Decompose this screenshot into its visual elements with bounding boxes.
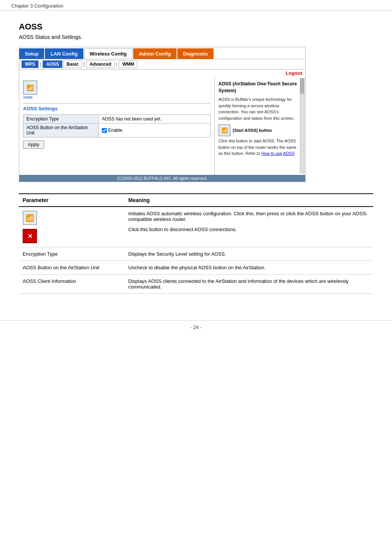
top-nav-bar: Setup LAN Config Wireless Config Admin C… <box>19 47 305 59</box>
subnav-wps[interactable]: WPS <box>22 60 38 68</box>
sub-nav-bar: WPS | AOSS Basic | Advanced | WMM <box>19 59 305 69</box>
logout-link[interactable]: Logout <box>286 70 302 76</box>
meaning-aoss-button: Uncheck to disable the physical AOSS but… <box>125 261 373 275</box>
help-body: AOSS is Buffalo's unique technology for … <box>218 96 301 121</box>
nav-setup[interactable]: Setup <box>19 48 44 59</box>
meaning-col-header: Meaning <box>125 194 373 207</box>
help-button-desc: Click this button to start AOSS. The AOS… <box>218 138 301 157</box>
x-icon: ✕ <box>28 233 32 240</box>
encryption-type-label: Encryption Type <box>23 115 99 123</box>
parameter-table: Parameter Meaning 📶 ✕ <box>19 193 373 294</box>
meaning-aoss-client: Displays AOSS clients connected to the A… <box>125 275 373 294</box>
subnav-divider2: | <box>84 62 85 67</box>
chapter-header: Chapter 3 Configuration <box>0 0 392 11</box>
icon-pair: 📶 ✕ <box>23 211 121 243</box>
table-row: AOSS Button on the AirStation Unit Unche… <box>19 261 373 275</box>
param-encryption-type: Encryption Type <box>19 247 125 261</box>
wifi-icon-param: 📶 <box>26 214 34 222</box>
ui-left-panel: 📶 AOSS AOSS Settings Encryption Type AOS… <box>19 77 215 175</box>
subnav-aoss[interactable]: AOSS <box>43 60 62 68</box>
subnav-divider1: | <box>40 62 41 67</box>
param-icon-cell: 📶 ✕ <box>19 207 125 247</box>
page-number: - 24 - <box>190 324 201 330</box>
table-row: Encryption Type Displays the Security Le… <box>19 247 373 261</box>
table-row: Encryption Type AOSS has not been used y… <box>23 115 211 123</box>
aoss-disconnect-icon[interactable]: ✕ <box>23 229 37 243</box>
page-subtitle: AOSS Status and Settings. <box>19 34 373 40</box>
subnav-advanced[interactable]: Advanced <box>86 60 115 68</box>
page-footer: - 24 - <box>0 320 392 334</box>
logout-bar: Logout <box>19 69 305 77</box>
enable-checkbox[interactable] <box>102 128 107 133</box>
enable-checkbox-label[interactable]: Enable <box>102 128 207 133</box>
table-row: AOSS Client Information Displays AOSS cl… <box>19 275 373 294</box>
param-col-header: Parameter <box>19 194 125 207</box>
nav-wireless-config[interactable]: Wireless Config <box>84 48 132 59</box>
param-aoss-client: AOSS Client Information <box>19 275 125 294</box>
aoss-start-button[interactable]: 📶 <box>23 80 37 95</box>
aoss-button-label: AOSS Button on the AirStation Unit <box>23 123 99 137</box>
ui-footer: (C)2000-2012 BUFFALO INC. All rights res… <box>19 175 305 182</box>
page-title: AOSS <box>19 22 373 32</box>
subnav-wmm[interactable]: WMM <box>119 60 137 68</box>
table-row: 📶 ✕ Initiates AOSS automatic wireless co… <box>19 207 373 247</box>
subnav-divider3: | <box>116 62 117 67</box>
settings-title: AOSS Settings <box>23 103 211 111</box>
nav-diagnostic[interactable]: Diagnostic <box>177 48 214 59</box>
param-aoss-button: AOSS Button on the AirStation Unit <box>19 261 125 275</box>
nav-admin-config[interactable]: Admin Config <box>133 48 177 59</box>
enable-label: Enable <box>108 128 122 133</box>
scrollbar-track[interactable] <box>300 78 304 173</box>
ui-right-panel: AOSS (AirStation One-Touch Secure System… <box>215 77 305 175</box>
encryption-type-value: AOSS has not been used yet. <box>99 115 211 123</box>
wifi-icon-small: 📶 <box>221 127 228 134</box>
apply-button[interactable]: Apply <box>23 140 44 149</box>
param-table-header: Parameter Meaning <box>19 194 373 207</box>
aoss-button-value: Enable <box>99 123 211 137</box>
chapter-title: Chapter 3 Configuration <box>11 3 63 9</box>
table-row: AOSS Button on the AirStation Unit Enabl… <box>23 123 211 137</box>
help-button-label: [Start AOSS] button <box>233 127 272 134</box>
scrollbar-thumb <box>300 79 304 94</box>
param-meaning-icon-row: Initiates AOSS automatic wireless config… <box>125 207 373 247</box>
help-aoss-button-row: 📶 [Start AOSS] button <box>218 124 301 136</box>
ui-screenshot: Setup LAN Config Wireless Config Admin C… <box>19 47 306 182</box>
nav-lan-config[interactable]: LAN Config <box>45 48 83 59</box>
aoss-label: AOSS <box>23 96 211 99</box>
main-content: AOSS AOSS Status and Settings. Setup LAN… <box>0 11 392 305</box>
subnav-basic[interactable]: Basic <box>63 60 82 68</box>
aoss-link[interactable]: How to use AOSS <box>261 151 295 156</box>
help-aoss-icon[interactable]: 📶 <box>218 124 231 136</box>
aoss-start-icon[interactable]: 📶 <box>23 211 37 225</box>
help-title: AOSS (AirStation One-Touch Secure System… <box>218 80 301 94</box>
meaning-encryption-type: Displays the Security Level setting for … <box>125 247 373 261</box>
ui-body: 📶 AOSS AOSS Settings Encryption Type AOS… <box>19 77 305 175</box>
settings-table: Encryption Type AOSS has not been used y… <box>23 114 211 137</box>
meaning-secondary: Click this button to disconnect AOSS con… <box>128 227 369 232</box>
wifi-icon: 📶 <box>26 84 34 91</box>
meaning-primary: Initiates AOSS automatic wireless config… <box>128 211 369 222</box>
